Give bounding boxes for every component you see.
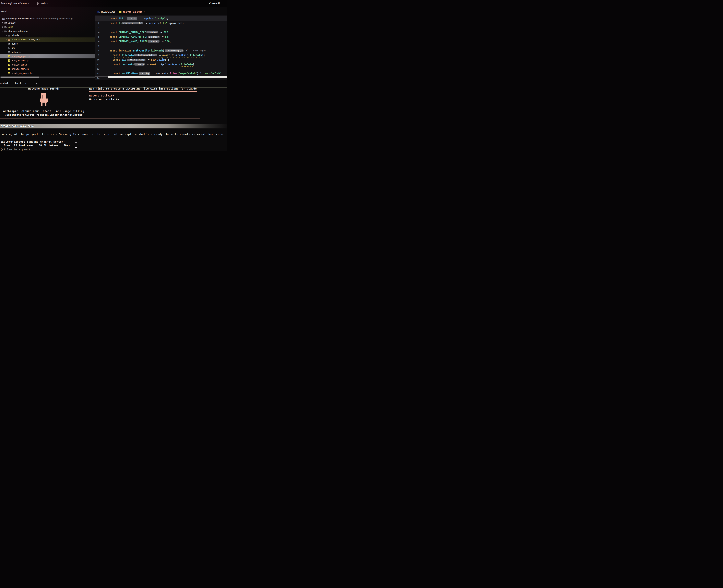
tree-item-analyze-scm7-js[interactable]: JSanalyze_scm7.js (0, 67, 95, 71)
tree-item-check-zip-contents-js[interactable]: JScheck_zip_contents.js (0, 71, 95, 75)
tool-result-line: Done (13 tool uses · 38.5k tokens · 50s) (0, 144, 70, 147)
code-token: CHANNEL_NAME_LENGTH (119, 40, 148, 43)
line-number: 11 (95, 63, 100, 65)
chevron-right-icon[interactable] (5, 47, 6, 48)
line-number: 4 (95, 31, 100, 34)
tree-item-label: analyze_latest.js (12, 59, 29, 62)
new-terminal-button[interactable]: + (30, 81, 32, 85)
tree-item-label: .claude (8, 22, 16, 24)
line-number: 13 (95, 72, 100, 75)
code-token: contents (122, 63, 134, 66)
code-token: const (109, 22, 119, 25)
terminal-tab-local[interactable]: Local (15, 82, 21, 85)
line-number: 6 (95, 40, 100, 43)
code-token: 'map-CableD' (203, 72, 221, 75)
tree-item--claude[interactable]: .claude (0, 33, 95, 38)
editor-hscrollbar-thumb[interactable] (108, 76, 227, 78)
code-token: fileData (122, 54, 134, 57)
code-line-13: 13const mapFileName: string = contents.f… (95, 71, 227, 76)
folder-icon (8, 34, 10, 37)
code-token: ( (188, 54, 190, 57)
code-token: filePath (190, 54, 202, 57)
library-folder-icon (8, 39, 10, 41)
code-token: JSZip (157, 58, 165, 61)
tree-item-channel-sorter-app[interactable]: channel-sorter-app (0, 29, 95, 33)
tree-item-samsungchannelsorter[interactable]: SamsungChannelSorter ~/Documents/private… (0, 17, 95, 21)
chevron-down-icon[interactable] (2, 30, 3, 31)
tree-item--gitignore[interactable]: .gitignore (0, 50, 95, 54)
close-icon[interactable]: × (144, 10, 146, 14)
tree-item--idea[interactable]: .idea (0, 25, 95, 29)
code-content: 1const JSZip: JSZip = require('jszip');2… (95, 16, 227, 80)
markdown-icon: M↓ (98, 11, 100, 13)
chevron-right-icon[interactable] (2, 26, 3, 27)
tree-item--claude[interactable]: .claude (0, 21, 95, 25)
claude-welcome-message: Welcome back Bernd! (28, 87, 60, 90)
code-token: await (150, 63, 158, 66)
tree-item-analyze-latest-js[interactable]: JSanalyze_latest.js (0, 59, 95, 63)
code-token: 'map-CableD' (179, 72, 197, 75)
gitignore-icon (8, 51, 10, 54)
code-token: 64 (165, 36, 168, 38)
recent-activity-title: Recent activity (89, 94, 114, 97)
line-number: 5 (95, 36, 100, 38)
code-token: [ (177, 72, 179, 75)
chevron-down-icon (28, 2, 29, 4)
project-panel-title: Project (0, 10, 7, 13)
code-token: fs. (170, 54, 176, 57)
project-tool-window-header[interactable]: Project (0, 10, 9, 13)
run-configuration[interactable]: Current F (209, 0, 220, 7)
js-file-icon: JS (8, 68, 10, 70)
code-token: const (112, 63, 122, 66)
code-token: ( (160, 22, 161, 25)
code-token: const (109, 31, 119, 34)
type-hint-chip: : JSZip (134, 63, 145, 65)
line-number: 10 (95, 59, 100, 61)
code-token: const (109, 40, 119, 43)
editor-tab-analyze-export-js[interactable]: JSanalyze_export.js× (117, 9, 147, 15)
js-file-icon: JS (8, 55, 10, 58)
tree-item-src[interactable]: src (0, 46, 95, 50)
terminal-active-tab-indicator (13, 86, 29, 86)
tree-item-label: channel-sorter-app (8, 30, 27, 33)
code-token: fs (119, 22, 122, 25)
ide-window: SamsungChannelSorter main Current F Proj… (0, 0, 227, 151)
tree-item-public[interactable]: public (0, 42, 95, 46)
code-line-8: 8async function analyzeFile(filePath): P… (95, 48, 227, 53)
code-editor[interactable]: 1const JSZip: JSZip = require('jszip');2… (95, 15, 227, 80)
type-hint-chip: : number (148, 36, 160, 38)
terminal-content[interactable]: Welcome back Bernd! Run /init to create … (0, 87, 227, 151)
code-token: = (159, 31, 164, 34)
editor-tab-readme-md[interactable]: M↓README.md (95, 9, 117, 15)
editor-tab-bar: M↓README.mdJSanalyze_export.js× (95, 9, 148, 15)
chevron-right-icon[interactable] (5, 43, 6, 44)
claude-model-info: anthropic--claude-opus-latest · API Usag… (3, 109, 84, 112)
tree-item-analyze-scm-js[interactable]: JSanalyze_scm.js (0, 63, 95, 67)
type-hint-chip: : NonSharedBuffer (134, 54, 157, 56)
branch-widget[interactable]: main (37, 0, 48, 7)
line-number: 9 (95, 54, 100, 56)
project-switcher[interactable]: SamsungChannelSorter (1, 0, 29, 7)
chevron-right-icon[interactable] (2, 22, 3, 23)
tool-result-connector (1, 144, 2, 147)
chevron-right-icon[interactable] (5, 35, 6, 36)
project-hscrollbar-thumb[interactable] (1, 77, 39, 78)
claude-init-tip: Run /init to create a CLAUDE.md file wit… (89, 87, 197, 90)
code-line-11: 11const contents: JSZip = await zip.load… (95, 62, 227, 67)
chevron-right-icon[interactable] (5, 39, 6, 40)
code-token: = (146, 63, 150, 66)
terminal-options-chevron-icon[interactable] (36, 83, 38, 84)
tree-item-path: ~/Documents/privateProjects/SamsungC (33, 17, 74, 20)
code-token: ); (193, 63, 196, 66)
claude-cwd: ~/Documents/privateProjects/SamsungChann… (3, 113, 83, 116)
tree-item-analyze-export-js[interactable]: JSanalyze_export.js (0, 54, 95, 59)
welcome-box-divider (87, 87, 87, 118)
tree-item-label: check_zip_contents.js (12, 72, 34, 75)
tab-label: analyze_export.js (123, 11, 142, 13)
terminal-panel-title[interactable]: Terminal (0, 82, 8, 85)
terminal-tab-close-icon[interactable]: × (25, 82, 26, 85)
js-file-icon: JS (8, 60, 10, 62)
code-token: ( (149, 49, 151, 52)
tree-item-node-modules[interactable]: node_moduleslibrary root (0, 38, 95, 42)
claude-logo (39, 93, 49, 108)
